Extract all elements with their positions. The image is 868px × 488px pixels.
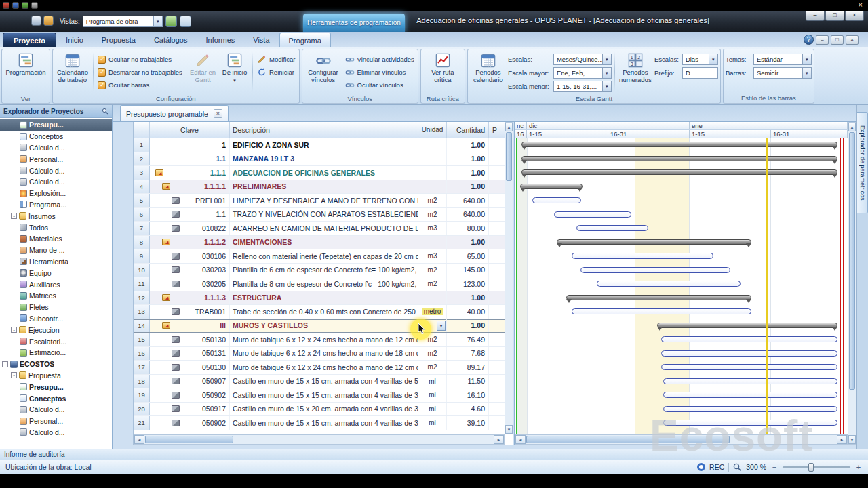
cell-clave[interactable]: 050902: [150, 388, 230, 402]
cell-unidad[interactable]: m2: [418, 208, 447, 222]
tree-item[interactable]: Escalatori...: [0, 336, 112, 347]
table-row[interactable]: 20050917Castillo en muro de 15 x 20 cm. …: [134, 403, 513, 417]
cell-descripcion[interactable]: Plantilla de 8 cm de espesor de Concreto…: [230, 277, 418, 291]
chevron-down-icon[interactable]: [803, 67, 812, 79]
cell-cantidad[interactable]: 80.00: [447, 222, 489, 235]
chevron-down-icon[interactable]: [603, 67, 612, 79]
tree-item[interactable]: Estimacio...: [0, 347, 112, 359]
tree-item[interactable]: Cálculo d...: [0, 142, 112, 154]
tree-item[interactable]: Presupu...: [0, 119, 112, 131]
cell-cantidad[interactable]: 7.68: [447, 347, 489, 361]
cell-unidad[interactable]: m2: [418, 361, 447, 374]
cell-clave[interactable]: 1.1: [150, 152, 230, 166]
scroll-thumb[interactable]: [526, 436, 730, 443]
table-row[interactable]: 11EDIFICIO A ZONA SUR1.00: [134, 138, 513, 152]
cell-descripcion[interactable]: MANZANA 19 LT 3: [230, 152, 418, 166]
table-row[interactable]: 14IIIMUROS Y CASTILLOS1.00: [134, 319, 513, 333]
gantt-vscrollbar[interactable]: [848, 122, 856, 445]
table-row[interactable]: 16050131Muro de tabique 6 x 12 x 24 cms …: [134, 347, 513, 361]
row-number[interactable]: 6: [134, 208, 150, 222]
prefijo-input[interactable]: D: [682, 67, 718, 79]
gantt-summary-bar[interactable]: [521, 142, 837, 147]
zoom-slider[interactable]: [783, 466, 850, 468]
table-row[interactable]: 10030203Plantilla de 6 cm de espesor de …: [134, 264, 513, 278]
cell-unidad[interactable]: [418, 166, 447, 180]
table-row[interactable]: 7010822ACARREO EN CAMION DE MATERIAL PRO…: [134, 222, 513, 236]
cell-clave[interactable]: 030106: [150, 249, 230, 263]
configurar-vinculos-button[interactable]: Configurar vínculos: [304, 51, 342, 93]
row-number[interactable]: 13: [134, 305, 150, 319]
ribbon-tab-programa[interactable]: Programa: [279, 33, 331, 47]
cell-cantidad[interactable]: 76.49: [447, 333, 489, 346]
cell-descripcion[interactable]: Castillo en muro de 15 x 15 cm. armada c…: [230, 375, 418, 388]
gantt-task-bar[interactable]: [597, 281, 741, 287]
row-number[interactable]: 19: [134, 388, 150, 402]
header-descripcion[interactable]: Descripción: [230, 122, 418, 138]
cell-unidad[interactable]: [418, 236, 447, 249]
cell-cantidad[interactable]: 123.00: [447, 277, 489, 291]
gantt-summary-bar[interactable]: [557, 239, 751, 245]
gantt-task-bar[interactable]: [572, 308, 751, 314]
scroll-thumb[interactable]: [506, 132, 512, 181]
row-number[interactable]: 14: [134, 319, 150, 333]
cell-descripcion[interactable]: EDIFICIO A ZONA SUR: [230, 138, 418, 152]
escala-mayor-dropdown[interactable]: Ene, Feb,...: [553, 67, 612, 79]
tree-item[interactable]: Conceptos: [0, 131, 112, 142]
cell-clave[interactable]: 050130: [150, 333, 230, 346]
overlay-close-icon[interactable]: [859, 1, 863, 9]
cell-unidad[interactable]: m2: [418, 264, 447, 277]
escalas-dropdown[interactable]: Meses/Quince...: [553, 54, 612, 65]
cell-descripcion[interactable]: ADECUACION DE OFICINAS GENERALES: [230, 166, 418, 180]
cell-descripcion[interactable]: Castillo en muro de 15 x 20 cm. armada c…: [230, 403, 418, 416]
table-row[interactable]: 5PREL001LIMPIEZA Y DESENRAICE A MANO DE …: [134, 194, 513, 208]
unidad-dropdown-button[interactable]: [437, 321, 446, 331]
desmarcar-no-trabajables-button[interactable]: Desmarcar no trabajables: [96, 66, 186, 79]
cell-clave[interactable]: 030203: [150, 264, 230, 277]
table-row[interactable]: 41.1.1.1PRELIMINARES1.00: [134, 180, 513, 195]
tree-item[interactable]: Materiales: [0, 233, 112, 245]
cell-unidad[interactable]: m2: [418, 277, 447, 291]
tree-item[interactable]: Propuesta: [0, 370, 112, 382]
chevron-down-icon[interactable]: [603, 81, 612, 92]
gantt-task-bar[interactable]: [663, 378, 837, 384]
tree-item[interactable]: Ejecucion: [0, 324, 112, 336]
row-number[interactable]: 11: [134, 277, 150, 291]
tab-explorador-parametricos[interactable]: Explorador de paramétricos: [857, 112, 868, 214]
tree-item[interactable]: Fletes: [0, 302, 112, 313]
header-clave[interactable]: Clave: [150, 122, 230, 138]
cell-clave[interactable]: 1: [150, 138, 230, 152]
cell-cantidad[interactable]: 640.00: [447, 194, 489, 207]
table-row[interactable]: 21.1MANZANA 19 LT 31.00: [134, 152, 513, 167]
apply-view-button[interactable]: [165, 16, 177, 27]
ribbon-tab-vista[interactable]: Vista: [244, 33, 278, 47]
cell-cantidad[interactable]: 1.00: [447, 152, 489, 166]
reiniciar-button[interactable]: Reiniciar: [256, 66, 297, 79]
tree-expand-toggle[interactable]: [2, 361, 8, 367]
de-inicio-button[interactable]: De inicio: [220, 51, 250, 93]
cell-descripcion[interactable]: Plantilla de 6 cm de espesor de Concreto…: [230, 264, 418, 277]
cell-cantidad[interactable]: 1.00: [447, 180, 489, 194]
tree-expand-toggle[interactable]: [11, 213, 17, 219]
table-row[interactable]: 121.1.1.3ESTRUCTURA1.00: [134, 291, 513, 306]
help-icon[interactable]: [804, 35, 814, 45]
tree-item[interactable]: Equipo: [0, 267, 112, 279]
row-number[interactable]: 18: [134, 375, 150, 388]
row-number[interactable]: 10: [134, 264, 150, 277]
cell-clave[interactable]: 050131: [150, 347, 230, 361]
cell-clave[interactable]: III: [150, 319, 230, 333]
cell-unidad[interactable]: m2: [418, 194, 447, 207]
tree-expand-toggle[interactable]: [11, 327, 17, 333]
gantt-task-bar[interactable]: [661, 336, 838, 342]
row-number[interactable]: 16: [134, 347, 150, 361]
scroll-down-icon[interactable]: [848, 435, 856, 444]
gantt-summary-bar[interactable]: [520, 184, 583, 189]
cell-clave[interactable]: 1.1.1.3: [150, 291, 230, 305]
chevron-down-icon[interactable]: [803, 54, 812, 65]
cell-unidad[interactable]: m2: [418, 333, 447, 346]
periodos-calendario-button[interactable]: Periodos calendario: [470, 51, 507, 93]
tree-item[interactable]: Matrices: [0, 290, 112, 302]
ribbon-tab-proyecto[interactable]: Proyecto: [3, 33, 56, 47]
cell-cantidad[interactable]: 1.00: [447, 291, 489, 305]
temas-dropdown[interactable]: Estándar: [753, 54, 812, 65]
gantt-summary-bar[interactable]: [521, 156, 837, 161]
